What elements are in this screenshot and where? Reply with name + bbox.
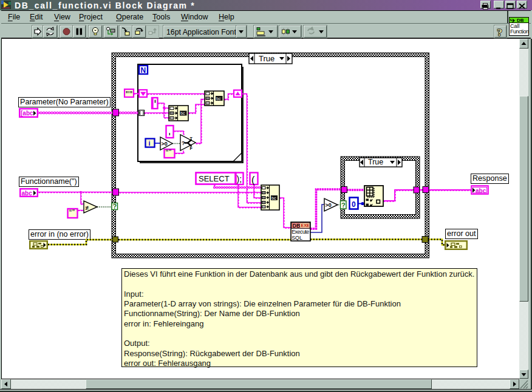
svg-text:i: i (149, 140, 151, 147)
svg-text:bc: bc (180, 111, 185, 115)
svg-text:T: T (190, 137, 193, 141)
svg-text:abc: abc (476, 188, 486, 194)
svg-text:“”: “” (166, 149, 172, 155)
svg-text:SQL: SQL (292, 235, 302, 241)
svg-text:True: True (259, 54, 275, 63)
svg-text:>0: >0 (326, 202, 332, 208)
svg-text:?: ? (341, 201, 346, 209)
svg-text:Execute: Execute (292, 229, 309, 235)
svg-text:F: F (190, 146, 193, 150)
svg-text:DB: DB (293, 223, 301, 229)
svg-text:?: ? (113, 203, 117, 210)
svg-text:N: N (141, 66, 146, 75)
svg-text:“”: “” (69, 209, 75, 215)
svg-text:>0: >0 (162, 141, 168, 147)
svg-text:bc: bc (216, 96, 221, 101)
svg-text:≠: ≠ (86, 204, 89, 211)
svg-text:abc: abc (22, 190, 33, 197)
svg-text:(: ( (251, 175, 255, 185)
svg-text:[abc: [abc (21, 110, 33, 117)
svg-text:bc: bc (271, 196, 276, 200)
svg-text:SELECT: SELECT (199, 174, 230, 183)
svg-text:0: 0 (352, 200, 356, 209)
svg-text:EXE: EXE (301, 223, 310, 228)
svg-text:);: ); (237, 174, 242, 184)
svg-text:True: True (368, 158, 383, 166)
